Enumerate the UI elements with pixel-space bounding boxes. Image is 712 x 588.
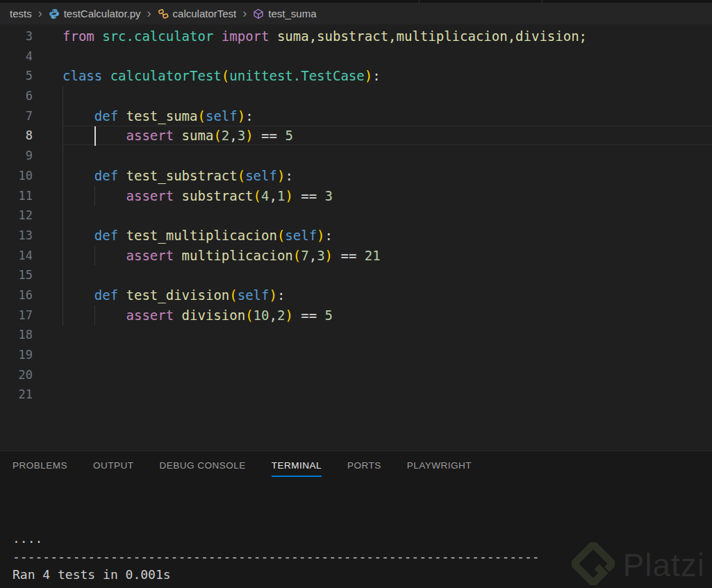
python-icon: [49, 8, 60, 19]
breadcrumb-item-class[interactable]: calculatorTest: [158, 8, 237, 19]
tab-bar-edge: [0, 0, 712, 3]
terminal-line: ----------------------------------------…: [13, 548, 712, 566]
breadcrumb-label: calculatorTest: [173, 8, 237, 19]
editor-lines: 3from src.calculator import suma,substra…: [0, 24, 712, 405]
code-line[interactable]: 11 assert substract(4,1) == 3: [0, 186, 712, 206]
line-number[interactable]: 13: [0, 226, 43, 246]
panel-tab-debug-console[interactable]: DEBUG CONSOLE: [160, 460, 246, 477]
code-text: def test_substract(self):: [63, 166, 293, 186]
code-text: class calculatorTest(unittest.TestCase):: [63, 66, 381, 86]
code-text: def test_suma(self):: [63, 106, 254, 126]
panel-tabs: PROBLEMSOUTPUTDEBUG CONSOLETERMINALPORTS…: [0, 451, 712, 477]
line-number[interactable]: 9: [0, 146, 43, 166]
terminal-line: [13, 584, 712, 588]
line-number[interactable]: 7: [0, 106, 43, 126]
code-text: assert substract(4,1) == 3: [63, 186, 333, 206]
line-number[interactable]: 20: [0, 365, 43, 385]
code-line[interactable]: 15: [0, 265, 712, 285]
panel-tab-output[interactable]: OUTPUT: [93, 460, 134, 477]
method-icon: [253, 8, 264, 19]
terminal-line: Ran 4 tests in 0.001s: [13, 566, 712, 584]
terminal-output[interactable]: ....------------------------------------…: [0, 494, 712, 588]
code-text: assert multiplicacion(7,3) == 21: [63, 246, 381, 266]
code-line[interactable]: 7 def test_suma(self):: [0, 106, 712, 126]
panel-tab-playwright[interactable]: PLAYWRIGHT: [407, 460, 472, 477]
code-line[interactable]: 6: [0, 86, 712, 106]
breadcrumb-label: test_suma: [268, 8, 316, 19]
line-number[interactable]: 8: [0, 126, 43, 146]
code-line[interactable]: 5class calculatorTest(unittest.TestCase)…: [0, 66, 712, 86]
code-text: assert division(10,2) == 5: [63, 305, 333, 326]
code-text: assert suma(2,3) == 5: [63, 126, 293, 146]
code-text: from src.calculator import suma,substrac…: [63, 26, 587, 47]
breadcrumb-item-file[interactable]: testCalculator.py: [49, 8, 141, 19]
code-editor[interactable]: 3from src.calculator import suma,substra…: [0, 24, 712, 451]
breadcrumb-label: tests: [10, 8, 32, 19]
breadcrumb-label: testCalculator.py: [64, 8, 141, 19]
chevron-right-icon: ›: [242, 7, 247, 19]
breadcrumb: tests › testCalculator.py ›: [0, 3, 712, 24]
code-line[interactable]: 3from src.calculator import suma,substra…: [0, 26, 712, 47]
breadcrumb-item-tests[interactable]: tests: [10, 8, 32, 19]
code-line[interactable]: 13 def test_multiplicacion(self):: [0, 226, 712, 246]
code-line[interactable]: 10 def test_substract(self):: [0, 166, 712, 186]
vscode-window: tests › testCalculator.py ›: [0, 0, 712, 588]
code-line[interactable]: 17 assert division(10,2) == 5: [0, 305, 712, 326]
code-line[interactable]: 12: [0, 205, 712, 226]
tab-separator: [419, 0, 420, 3]
code-line[interactable]: 9: [0, 146, 712, 166]
code-line[interactable]: 18: [0, 325, 712, 345]
line-number[interactable]: 4: [0, 47, 43, 67]
code-line[interactable]: 16 def test_division(self):: [0, 285, 712, 305]
line-number[interactable]: 5: [0, 66, 43, 86]
terminal-line: ....: [13, 530, 712, 548]
bottom-panel: PROBLEMSOUTPUTDEBUG CONSOLETERMINALPORTS…: [0, 451, 712, 588]
line-number[interactable]: 21: [0, 385, 43, 405]
chevron-right-icon: ›: [147, 7, 151, 19]
breadcrumb-item-method[interactable]: test_suma: [253, 8, 316, 19]
line-number[interactable]: 17: [0, 305, 43, 326]
line-number[interactable]: 11: [0, 186, 43, 206]
line-number[interactable]: 18: [0, 325, 43, 345]
line-number[interactable]: 19: [0, 345, 43, 365]
panel-tab-problems[interactable]: PROBLEMS: [13, 460, 67, 477]
code-line[interactable]: 21: [0, 385, 712, 405]
panel-tab-ports[interactable]: PORTS: [347, 460, 381, 477]
class-icon: [158, 8, 169, 19]
code-line[interactable]: 20: [0, 365, 712, 385]
code-line[interactable]: 8 assert suma(2,3) == 5: [0, 126, 712, 146]
line-number[interactable]: 3: [0, 26, 43, 47]
panel-tab-terminal[interactable]: TERMINAL: [272, 460, 322, 477]
chevron-right-icon: ›: [38, 7, 42, 19]
code-line[interactable]: 4: [0, 47, 712, 67]
line-number[interactable]: 16: [0, 285, 43, 305]
text-cursor: [94, 126, 96, 146]
code-line[interactable]: 19: [0, 345, 712, 365]
line-number[interactable]: 12: [0, 205, 43, 226]
tab-separator: [542, 0, 543, 3]
code-text: def test_division(self):: [63, 285, 285, 305]
line-number[interactable]: 15: [0, 265, 43, 285]
code-text: def test_multiplicacion(self):: [63, 226, 333, 246]
code-line[interactable]: 14 assert multiplicacion(7,3) == 21: [0, 246, 712, 266]
line-number[interactable]: 6: [0, 86, 43, 106]
line-number[interactable]: 14: [0, 246, 43, 266]
terminal-lines: ....------------------------------------…: [13, 530, 712, 588]
line-number[interactable]: 10: [0, 166, 43, 186]
